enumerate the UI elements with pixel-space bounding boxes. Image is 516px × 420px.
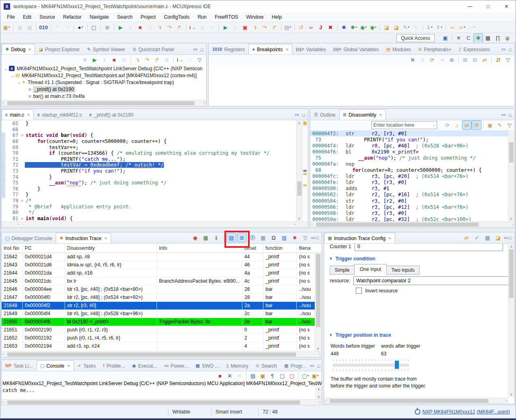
edit-disabled-button[interactable]: ✎ (411, 23, 420, 32)
tab-outline[interactable]: ☰Outline (310, 109, 339, 120)
tab-tasks[interactable]: ✓Tasks (74, 360, 100, 371)
drop-to-frame-button[interactable]: ≣ (162, 56, 171, 65)
back-button[interactable]: ⇦ (448, 23, 457, 32)
home-button[interactable]: ⌂ (453, 121, 462, 130)
scrollbar-thumb[interactable] (509, 142, 514, 162)
scroll-right-icon[interactable]: › (319, 352, 320, 356)
editor-line[interactable]: 72 testVar = 0xdeadbeef; /* outsch! */ (5, 162, 296, 168)
config-vscrollbar[interactable]: ∧ ∨ (508, 244, 514, 397)
collapse-all-button[interactable]: ⊟ (470, 56, 479, 65)
tab-execut[interactable]: ◉Execut... (128, 360, 161, 371)
disassembly-line[interactable]: 0000050a:ldrr2, [pc, #32]; (0x52c <bar+1… (310, 216, 508, 221)
overview-mark[interactable] (303, 121, 307, 125)
scroll-left-icon[interactable]: ‹ (18, 222, 19, 226)
minimize-button[interactable]: — (461, 0, 479, 13)
scroll-down-icon[interactable]: ∨ (298, 216, 300, 221)
scrollbar-thumb[interactable] (316, 223, 479, 227)
tab-printf-at-0x2190[interactable]: c_printf() at 0x2190 (86, 109, 137, 120)
close-tab-icon[interactable]: ✕ (67, 364, 70, 368)
download-button[interactable]: ⇓▾ (425, 23, 434, 32)
console-output[interactable]: catch me... ∧ ∨ (2, 387, 322, 399)
close-tab-icon[interactable]: ✕ (388, 236, 392, 240)
debug-step-into-button[interactable]: ↴ (133, 56, 142, 65)
expand-all-button[interactable]: ⊞ (461, 56, 470, 65)
scroll-down-icon[interactable]: ∨ (318, 395, 320, 399)
console-terminate-button[interactable]: ■ (216, 371, 224, 380)
scroll-left-icon[interactable]: ‹ (3, 101, 4, 105)
editor-line[interactable]: 78⊖/* (5, 198, 296, 204)
minimize-view-icon[interactable]: ▭ (501, 47, 505, 52)
editor-line[interactable]: 77} (5, 192, 296, 198)
binary-file-button[interactable]: 010 (39, 23, 48, 32)
trace-table[interactable]: 216420x000021d4add sp, #844_printf(no s2… (2, 253, 322, 351)
scroll-down-icon[interactable]: ∨ (510, 392, 513, 396)
close-button[interactable]: ✕ (497, 0, 516, 13)
remove-all-breakpoints-button[interactable]: ✖ (418, 56, 427, 65)
tab-instruction-trace-config[interactable]: ▦Instruction Trace Config✕ (324, 233, 395, 243)
instruction-stepping-button[interactable]: i→ (188, 23, 197, 32)
word-wrap-button[interactable]: ¶ (268, 371, 277, 380)
run-button[interactable]: ◉▾ (359, 23, 368, 32)
tree-node[interactable]: ⌄XMK64FN1M0xxx12_Project_TestWatchpoint … (2, 65, 206, 72)
scroll-left-icon[interactable]: ‹ (3, 352, 4, 356)
console-vscrollbar[interactable]: ∧ ∨ (316, 387, 322, 399)
location-combo[interactable]: Enter location here ⌄ (371, 121, 437, 129)
editor-line[interactable]: 65} (5, 121, 296, 127)
disassembly-hscrollbar[interactable]: ‹ › (310, 221, 514, 227)
disassembly-line[interactable]: 73 PRINTF("if you can!"); (310, 136, 508, 143)
go-to-file-for-breakpoint-button[interactable]: ⇥ (438, 56, 446, 65)
record-trace-button[interactable]: ◉ (191, 233, 200, 242)
tab-console[interactable]: ▢Console✕ (37, 360, 74, 371)
editor-line[interactable]: 68 for(counter=0; counter<5000000; count… (5, 139, 296, 145)
auto-refresh-button[interactable]: ⟳ (472, 121, 481, 130)
disassembly-line[interactable]: 00000502:ldrr2, [pc, #16]; (0x514 <bar+7… (310, 192, 508, 198)
build-button[interactable]: ▤▾ (283, 23, 292, 32)
trace-row[interactable]: 216520x00002192push {r0, r1, r4, r5, r6,… (2, 334, 315, 342)
tab-memory[interactable]: ▯Memory (222, 360, 252, 371)
menu-edit[interactable]: Edit (19, 14, 35, 20)
disassembly-line[interactable]: 000004f4:ldrr0, [pc, #48]; (0x528 <bar+9… (310, 143, 508, 149)
close-tab-icon[interactable]: ✕ (28, 48, 32, 52)
scroll-right-icon[interactable]: › (319, 400, 320, 404)
menu-search[interactable]: Search (113, 14, 137, 20)
open-console-button[interactable]: ▣▾ (311, 371, 320, 380)
save-trace-table-button[interactable]: ▦ (259, 233, 268, 242)
editor-line[interactable]: 71 PRINTF("catch me..."); (5, 156, 296, 162)
disassembly-line[interactable]: 00000508:ldrr3, [r3, #0] (310, 210, 508, 216)
power-icon[interactable] (415, 409, 420, 415)
step-into-button[interactable]: ↴ (155, 23, 164, 32)
trace-step-over-button[interactable]: ↷ (260, 23, 269, 32)
tab-startup-mk64f12-c[interactable]: cstartup_mk64f12.c (34, 109, 86, 120)
menu-refactor[interactable]: Refactor (59, 14, 85, 20)
open-project-button[interactable]: ◪ (382, 23, 391, 32)
import-project-button[interactable]: ◪ (392, 23, 401, 32)
tab-main-c[interactable]: cmain.c✕ (2, 109, 34, 120)
trace-row[interactable]: 216440x000021daadd sp, #164a_printf(no s (2, 269, 315, 277)
condition-tab-two-inputs[interactable]: Two inputs (386, 266, 419, 275)
debug-resume-button[interactable]: ▶ (90, 56, 99, 65)
tab-progr[interactable]: ▦Progr... (281, 360, 310, 371)
tab-breakpoints[interactable]: ●Breakpoints✕ (248, 44, 292, 54)
tab-global-variables[interactable]: (x)=Global Variables (330, 44, 383, 54)
tab-peripherals[interactable]: ⊞Peripherals+ (415, 44, 455, 54)
minimize-view-icon[interactable]: ▭ (295, 112, 299, 117)
maximize-view-icon[interactable]: □ (200, 47, 203, 52)
breakpoints-view-menu-button[interactable]: ▽ (503, 56, 512, 65)
column-header-info[interactable]: Info (157, 244, 242, 253)
scrollbar-thumb[interactable] (316, 254, 320, 327)
minimize-view-icon[interactable]: ▭ (193, 47, 197, 52)
menu-project[interactable]: Project (137, 14, 160, 20)
load-config-button[interactable]: ◪ (494, 233, 503, 242)
trace-row[interactable]: 216480x000004f2str r2, [r3, #0]2abar../s… (2, 302, 315, 310)
condition-tab-simple[interactable]: Simple (330, 266, 355, 275)
show-breakpoints-supported-button[interactable]: ⟳ (428, 56, 437, 65)
trace-row[interactable]: 216490x000004f4ldr r0, [pc, #48] ; (0x52… (2, 310, 315, 318)
minimize-view-icon[interactable]: ▭ (310, 363, 314, 368)
tab-project-explorer[interactable]: ◪Project Explorer (35, 44, 83, 54)
remove-terminated-button[interactable]: ✖ (81, 56, 89, 65)
console-hscrollbar[interactable]: ‹ › (2, 399, 322, 405)
config-hscrollbar[interactable]: ‹ › (324, 398, 508, 404)
run-config-button[interactable]: ◉▾ (369, 23, 378, 32)
scroll-up-icon[interactable]: ∧ (298, 121, 300, 125)
scroll-left-icon[interactable]: ‹ (325, 398, 327, 403)
